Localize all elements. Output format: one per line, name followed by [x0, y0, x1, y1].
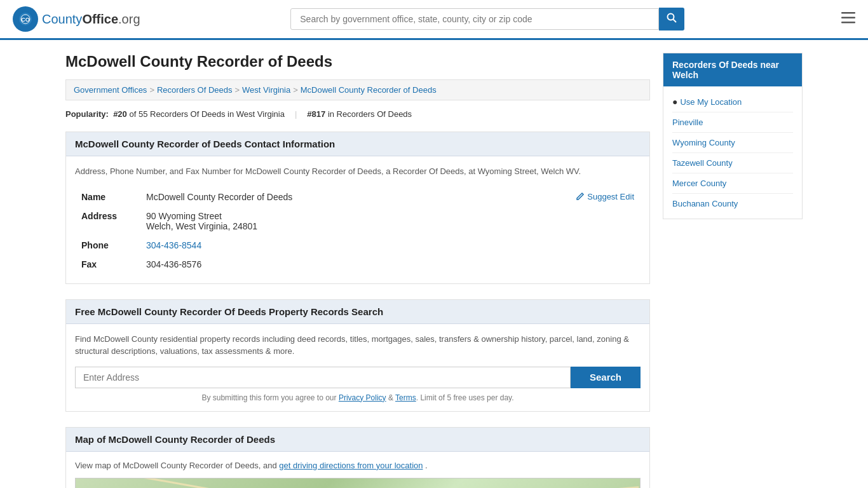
property-search-section: Free McDowell County Recorder Of Deeds P… [65, 299, 650, 412]
header-search-input[interactable] [290, 8, 659, 30]
table-row: Name McDowell County Recorder of Deeds S… [76, 188, 639, 206]
sidebar-use-location[interactable]: ● Use My Location [672, 93, 793, 111]
map-image: Map [76, 478, 640, 489]
property-search-header: Free McDowell County Recorder Of Deeds P… [66, 300, 649, 324]
sidebar-divider [672, 193, 793, 194]
sidebar-item[interactable]: Wyoming County [672, 134, 793, 151]
contact-section: McDowell County Recorder of Deeds Contac… [65, 132, 650, 284]
content-area: McDowell County Recorder of Deeds Govern… [65, 53, 650, 488]
sidebar-header: Recorders Of Deeds near Welch [663, 53, 802, 86]
name-value: McDowell County Recorder of Deeds Sugges… [141, 188, 639, 206]
breadcrumb-sep-3: > [293, 85, 298, 95]
breadcrumb-sep-2: > [234, 85, 240, 95]
sidebar-divider [672, 132, 793, 133]
table-row: Address 90 Wyoming Street Welch, West Vi… [76, 207, 639, 235]
sidebar-divider [672, 173, 793, 173]
sidebar-item[interactable]: Mercer County [672, 175, 793, 192]
svg-rect-8 [841, 22, 855, 24]
logo[interactable]: CO CountyOffice.org [13, 6, 140, 32]
sidebar-link-mercer[interactable]: Mercer County [672, 179, 726, 188]
table-row: Fax 304-436-8576 [76, 255, 639, 273]
popularity-row: Popularity: #20 of 55 Recorders Of Deeds… [65, 109, 650, 119]
phone-label: Phone [76, 236, 140, 254]
sidebar-link-buchanan[interactable]: Buchanan County [672, 199, 738, 208]
breadcrumb: Government Offices > Recorders Of Deeds … [65, 79, 650, 100]
sidebar-item[interactable]: Tazewell County [672, 154, 793, 172]
sidebar-body: ● Use My Location Pineville Wyoming Coun… [663, 86, 802, 219]
breadcrumb-link-current[interactable]: McDowell County Recorder of Deeds [301, 85, 437, 95]
name-label: Name [76, 188, 140, 206]
fax-value: 304-436-8576 [141, 255, 639, 273]
driving-directions-link[interactable]: get driving directions from your locatio… [279, 461, 423, 470]
sidebar-box: Recorders Of Deeds near Welch ● Use My L… [663, 53, 803, 219]
popularity-label: Popularity: #20 of 55 Recorders Of Deeds… [65, 109, 285, 119]
privacy-policy-link[interactable]: Privacy Policy [339, 393, 386, 402]
contact-section-header: McDowell County Recorder of Deeds Contac… [66, 132, 649, 156]
logo-icon: CO [13, 6, 38, 32]
breadcrumb-link-gov[interactable]: Government Offices [74, 85, 147, 95]
svg-point-4 [668, 14, 674, 20]
form-disclaimer: By submitting this form you agree to our… [75, 393, 641, 402]
terms-link[interactable]: Terms [395, 393, 416, 402]
map-description: View map of McDowell County Recorder of … [75, 461, 641, 470]
sidebar: Recorders Of Deeds near Welch ● Use My L… [663, 53, 803, 488]
breadcrumb-link-recorders[interactable]: Recorders Of Deeds [157, 85, 233, 95]
sidebar-divider [672, 152, 793, 153]
svg-line-5 [674, 20, 677, 23]
use-my-location-link[interactable]: Use My Location [680, 97, 742, 107]
contact-section-body: Address, Phone Number, and Fax Number fo… [66, 156, 649, 283]
table-row: Phone 304-436-8544 [76, 236, 639, 254]
sidebar-divider [672, 112, 793, 112]
map-section-header: Map of McDowell County Recorder of Deeds [66, 428, 649, 452]
sidebar-link-tazewell[interactable]: Tazewell County [672, 158, 733, 168]
map-section: Map of McDowell County Recorder of Deeds… [65, 427, 650, 489]
property-search-button[interactable]: Search [571, 367, 641, 388]
logo-text: CountyOffice.org [42, 12, 140, 27]
main-container: McDowell County Recorder of Deeds Govern… [53, 40, 815, 488]
page-title: McDowell County Recorder of Deeds [65, 53, 650, 71]
sidebar-link-wyoming[interactable]: Wyoming County [672, 138, 735, 147]
property-search-body: Find McDowell County residential propert… [66, 324, 649, 411]
site-header: CO CountyOffice.org [0, 0, 868, 40]
map-section-body: View map of McDowell County Recorder of … [66, 452, 649, 489]
svg-rect-6 [841, 12, 855, 14]
svg-text:CO: CO [21, 17, 30, 23]
address-search-input[interactable] [75, 367, 571, 388]
address-value: 90 Wyoming Street Welch, West Virginia, … [141, 207, 639, 235]
property-search-description: Find McDowell County residential propert… [75, 333, 641, 358]
suggest-edit-button[interactable]: Suggest Edit [576, 192, 634, 201]
header-search-button[interactable] [659, 8, 684, 30]
breadcrumb-link-wv[interactable]: West Virginia [242, 85, 290, 95]
breadcrumb-sep-1: > [149, 85, 154, 95]
svg-rect-7 [841, 17, 855, 19]
popularity-separator: | [295, 109, 297, 119]
menu-button[interactable] [841, 11, 855, 27]
sidebar-link-pineville[interactable]: Pineville [672, 118, 703, 127]
contact-description: Address, Phone Number, and Fax Number fo… [75, 165, 641, 178]
location-icon: ● [672, 97, 677, 107]
map-placeholder[interactable]: Map [75, 478, 641, 489]
sidebar-item[interactable]: Pineville [672, 114, 793, 131]
phone-value: 304-436-8544 [141, 236, 639, 254]
contact-table: Name McDowell County Recorder of Deeds S… [75, 187, 641, 274]
address-label: Address [76, 207, 140, 235]
address-search-row: Search [75, 367, 641, 388]
header-search-area [290, 8, 684, 30]
fax-label: Fax [76, 255, 140, 273]
phone-link[interactable]: 304-436-8544 [146, 240, 201, 250]
sidebar-item[interactable]: Buchanan County [672, 195, 793, 212]
popularity-national: #817 in Recorders Of Deeds [307, 109, 412, 119]
